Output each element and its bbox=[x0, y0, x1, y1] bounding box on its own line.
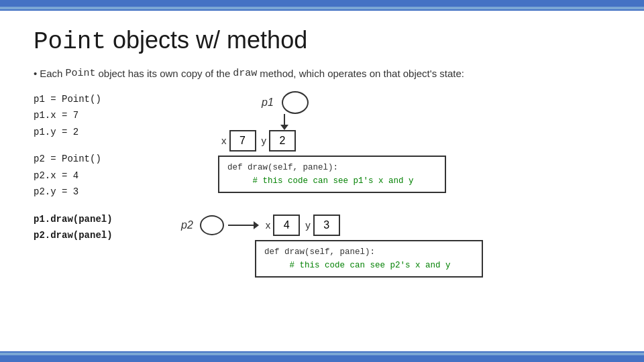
code-block3: p1.draw(panel) p2.draw(panel) bbox=[34, 211, 168, 244]
p1-label: p1 bbox=[262, 97, 274, 109]
p1-y-label: y bbox=[262, 135, 267, 146]
p2-code-indent bbox=[264, 261, 284, 270]
bullet-prefix: Each bbox=[40, 68, 62, 79]
code-line-5: p2.x = 4 bbox=[34, 168, 168, 184]
p2-x-value: 4 bbox=[273, 215, 300, 236]
p2-label-row: p2 x 4 y 3 bbox=[181, 215, 610, 236]
code-column: p1 = Point() p1.x = 7 p1.y = 2 p2 = Poin… bbox=[34, 91, 168, 278]
title-rest: objects w/ method bbox=[106, 26, 307, 54]
p2-label: p2 bbox=[181, 219, 193, 231]
p1-arrow-area bbox=[280, 114, 610, 130]
p1-code-line2: # this code can see p1's x and y bbox=[227, 174, 437, 188]
code-line-8: p2.draw(panel) bbox=[34, 227, 168, 244]
p2-right-arrow bbox=[228, 221, 259, 229]
horiz-arrowhead bbox=[254, 221, 259, 229]
p1-y-value: 2 bbox=[269, 130, 296, 152]
p1-label-area: p1 bbox=[262, 91, 610, 114]
p1-x-label: x bbox=[221, 135, 227, 146]
p1-x-value: 7 bbox=[229, 130, 256, 152]
top-bar bbox=[0, 0, 644, 7]
p2-y-label: y bbox=[305, 219, 311, 231]
p1-code-indent bbox=[227, 176, 248, 186]
p2-block: p2 x 4 y 3 def draw(se bbox=[181, 215, 610, 278]
p1-code-box: def draw(self, panel): # this code can s… bbox=[218, 156, 446, 193]
bullet-suffix: method, which operates on that object's … bbox=[260, 68, 464, 79]
code-line-3: p1.y = 2 bbox=[34, 124, 168, 141]
page-content: Point objects w/ method • Each Point obj… bbox=[27, 13, 617, 349]
bullet-dot: • bbox=[34, 68, 37, 79]
bullet-word1: Point bbox=[65, 68, 95, 79]
bottom-bar bbox=[0, 355, 644, 362]
diagram-column: p1 x 7 y 2 bbox=[181, 91, 610, 278]
p1-code-line1: def draw(self, panel): bbox=[227, 161, 437, 174]
p1-oval bbox=[282, 91, 309, 114]
p1-down-arrow bbox=[280, 114, 288, 130]
bullet-text: • Each Point object has its own copy of … bbox=[34, 68, 610, 79]
code-line-6: p2.y = 3 bbox=[34, 184, 168, 200]
bullet-middle: object has its own copy of the bbox=[98, 68, 230, 79]
code-line-4: p2 = Point() bbox=[34, 151, 168, 168]
main-area: p1 = Point() p1.x = 7 p1.y = 2 p2 = Poin… bbox=[34, 91, 610, 278]
p1-code-comment: # this code can see p1's x and y bbox=[248, 176, 414, 186]
code-line-7: p1.draw(panel) bbox=[34, 211, 168, 228]
p2-oval bbox=[200, 215, 224, 235]
p2-xy-row: x 4 y 3 bbox=[266, 215, 340, 236]
vert-arrowhead bbox=[280, 125, 288, 130]
p2-code-line2: # this code can see p2's x and y bbox=[264, 259, 474, 272]
p2-code-box: def draw(self, panel): # this code can s… bbox=[255, 240, 483, 278]
code-block2: p2 = Point() p2.x = 4 p2.y = 3 bbox=[34, 151, 168, 200]
top-bar3 bbox=[0, 9, 644, 11]
vert-line bbox=[284, 114, 285, 125]
spacer bbox=[181, 200, 610, 208]
code-block1: p1 = Point() p1.x = 7 p1.y = 2 bbox=[34, 91, 168, 141]
p2-code-comment: # this code can see p2's x and y bbox=[284, 261, 451, 270]
code-line-1: p1 = Point() bbox=[34, 91, 168, 108]
bullet-word2: draw bbox=[233, 68, 257, 79]
code-line-2: p1.x = 7 bbox=[34, 107, 168, 124]
p1-xy-row: x 7 y 2 bbox=[221, 130, 610, 152]
p1-block: p1 x 7 y 2 bbox=[181, 91, 610, 193]
p2-code-line1: def draw(self, panel): bbox=[264, 245, 474, 259]
p2-y-value: 3 bbox=[313, 215, 340, 236]
title-mono: Point bbox=[34, 28, 106, 56]
page-title: Point objects w/ method bbox=[34, 27, 610, 56]
horiz-line bbox=[228, 225, 254, 226]
p2-x-label: x bbox=[266, 219, 271, 231]
